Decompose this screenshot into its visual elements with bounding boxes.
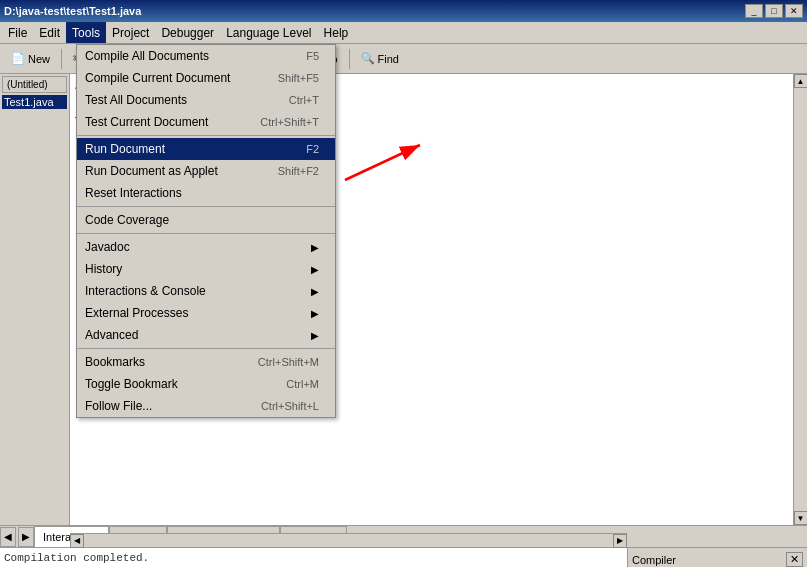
menu-compile-current[interactable]: Compile Current Document Shift+F5 bbox=[77, 67, 335, 89]
menu-project[interactable]: Project bbox=[106, 22, 155, 43]
menu-interactions-console[interactable]: Interactions & Console ▶ bbox=[77, 280, 335, 302]
menu-separator-1 bbox=[77, 135, 335, 136]
minimize-button[interactable]: _ bbox=[745, 4, 763, 18]
toggle-bookmark-shortcut: Ctrl+M bbox=[286, 378, 319, 390]
title-bar-buttons: _ □ ✕ bbox=[745, 4, 803, 18]
menu-bookmarks[interactable]: Bookmarks Ctrl+Shift+M bbox=[77, 351, 335, 373]
advanced-label: Advanced bbox=[85, 328, 311, 342]
menu-edit[interactable]: Edit bbox=[33, 22, 66, 43]
external-processes-label: External Processes bbox=[85, 306, 311, 320]
test-current-label: Test Current Document bbox=[85, 115, 240, 129]
menu-file[interactable]: File bbox=[2, 22, 33, 43]
code-coverage-label: Code Coverage bbox=[85, 213, 319, 227]
bookmarks-shortcut: Ctrl+Shift+M bbox=[258, 356, 319, 368]
menu-separator-2 bbox=[77, 206, 335, 207]
toolbar-separator-1 bbox=[61, 49, 62, 69]
follow-file-label: Follow File... bbox=[85, 399, 241, 413]
menu-separator-4 bbox=[77, 348, 335, 349]
menu-test-all[interactable]: Test All Documents Ctrl+T bbox=[77, 89, 335, 111]
menu-language-level[interactable]: Language Level bbox=[220, 22, 317, 43]
history-label: History bbox=[85, 262, 311, 276]
menu-tools[interactable]: Tools bbox=[66, 22, 106, 43]
toolbar-separator-3 bbox=[349, 49, 350, 69]
file-panel: (Untitled) Test1.java bbox=[0, 74, 70, 525]
test-current-shortcut: Ctrl+Shift+T bbox=[260, 116, 319, 128]
run-document-label: Run Document bbox=[85, 142, 286, 156]
tab-scroll-left[interactable]: ◀ bbox=[0, 527, 16, 547]
toggle-bookmark-label: Toggle Bookmark bbox=[85, 377, 266, 391]
title-bar: D:\java-test\test\Test1.java _ □ ✕ bbox=[0, 0, 807, 22]
reset-interactions-label: Reset Interactions bbox=[85, 186, 319, 200]
tools-dropdown-menu: Compile All Documents F5 Compile Current… bbox=[76, 44, 336, 418]
close-button[interactable]: ✕ bbox=[785, 4, 803, 18]
menu-compile-all[interactable]: Compile All Documents F5 bbox=[77, 45, 335, 67]
file-panel-tab: (Untitled) bbox=[2, 76, 67, 93]
window-title: D:\java-test\test\Test1.java bbox=[4, 5, 141, 17]
test-all-label: Test All Documents bbox=[85, 93, 269, 107]
compile-all-label: Compile All Documents bbox=[85, 49, 286, 63]
test-all-shortcut: Ctrl+T bbox=[289, 94, 319, 106]
compile-current-label: Compile Current Document bbox=[85, 71, 258, 85]
find-label: Find bbox=[378, 53, 399, 65]
scroll-right-button[interactable]: ▶ bbox=[613, 534, 627, 548]
compiler-label: Compiler bbox=[632, 554, 676, 566]
bottom-content: Compilation completed. ◀ ▶ Compiler ✕ JD… bbox=[0, 548, 807, 567]
menu-debugger[interactable]: Debugger bbox=[155, 22, 220, 43]
menu-toggle-bookmark[interactable]: Toggle Bookmark Ctrl+M bbox=[77, 373, 335, 395]
bottom-tab-nav: ◀ ▶ bbox=[0, 526, 34, 547]
interactions-console-submenu-arrow: ▶ bbox=[311, 286, 319, 297]
menu-reset-interactions[interactable]: Reset Interactions bbox=[77, 182, 335, 204]
vertical-scrollbar[interactable]: ▲ ▼ bbox=[793, 74, 807, 525]
new-button[interactable]: 📄 New bbox=[4, 47, 57, 71]
scroll-left-button[interactable]: ◀ bbox=[70, 534, 84, 548]
bottom-panel: ◀ ▶ Interactions Console External Proces… bbox=[0, 525, 807, 567]
follow-file-shortcut: Ctrl+Shift+L bbox=[261, 400, 319, 412]
advanced-submenu-arrow: ▶ bbox=[311, 330, 319, 341]
menu-help[interactable]: Help bbox=[318, 22, 355, 43]
bookmarks-label: Bookmarks bbox=[85, 355, 238, 369]
interactions-panel[interactable]: Compilation completed. bbox=[0, 548, 627, 567]
find-icon: 🔍 bbox=[361, 52, 375, 65]
external-processes-submenu-arrow: ▶ bbox=[311, 308, 319, 319]
file-item-test1[interactable]: Test1.java bbox=[2, 95, 67, 109]
compile-current-shortcut: Shift+F5 bbox=[278, 72, 319, 84]
run-applet-label: Run Document as Applet bbox=[85, 164, 258, 178]
menu-run-document[interactable]: Run Document F2 bbox=[77, 138, 335, 160]
run-document-shortcut: F2 bbox=[306, 143, 319, 155]
menu-javadoc[interactable]: Javadoc ▶ bbox=[77, 236, 335, 258]
javadoc-submenu-arrow: ▶ bbox=[311, 242, 319, 253]
menu-bar: File Edit Tools Project Debugger Languag… bbox=[0, 22, 807, 44]
maximize-button[interactable]: □ bbox=[765, 4, 783, 18]
compile-all-shortcut: F5 bbox=[306, 50, 319, 62]
menu-test-current[interactable]: Test Current Document Ctrl+Shift+T bbox=[77, 111, 335, 133]
menu-history[interactable]: History ▶ bbox=[77, 258, 335, 280]
menu-external-processes[interactable]: External Processes ▶ bbox=[77, 302, 335, 324]
menu-code-coverage[interactable]: Code Coverage bbox=[77, 209, 335, 231]
javadoc-label: Javadoc bbox=[85, 240, 311, 254]
horizontal-scrollbar[interactable]: ◀ ▶ bbox=[70, 533, 627, 547]
compiler-panel: Compiler ✕ JDK 8.0_141 ▼ ▲ ▼ Highlight s… bbox=[627, 548, 807, 567]
new-label: New bbox=[28, 53, 50, 65]
scroll-down-button[interactable]: ▼ bbox=[794, 511, 808, 525]
history-submenu-arrow: ▶ bbox=[311, 264, 319, 275]
compiler-header: Compiler ✕ bbox=[632, 552, 803, 567]
interactions-console-label: Interactions & Console bbox=[85, 284, 311, 298]
menu-advanced[interactable]: Advanced ▶ bbox=[77, 324, 335, 346]
menu-run-as-applet[interactable]: Run Document as Applet Shift+F2 bbox=[77, 160, 335, 182]
menu-separator-3 bbox=[77, 233, 335, 234]
compilation-text: Compilation completed. bbox=[4, 552, 623, 564]
scroll-up-button[interactable]: ▲ bbox=[794, 74, 808, 88]
new-icon: 📄 bbox=[11, 52, 25, 65]
find-button[interactable]: 🔍 Find bbox=[354, 47, 406, 71]
compiler-close-button[interactable]: ✕ bbox=[786, 552, 803, 567]
menu-follow-file[interactable]: Follow File... Ctrl+Shift+L bbox=[77, 395, 335, 417]
run-applet-shortcut: Shift+F2 bbox=[278, 165, 319, 177]
tab-scroll-right[interactable]: ▶ bbox=[18, 527, 34, 547]
